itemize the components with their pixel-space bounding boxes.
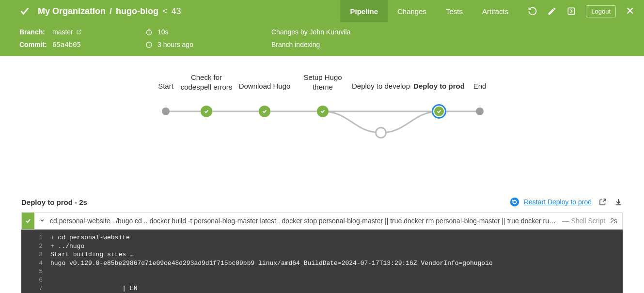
branch-label: Branch: [19, 28, 47, 36]
console-line: 1+ cd personal-website [21, 233, 623, 242]
console-line: 7 | EN [21, 284, 623, 293]
run-meta: Branch: master Commit: 65a4b05 10s 3 hou… [0, 22, 644, 56]
stopwatch-icon [145, 29, 153, 36]
step-command: cd personal-website ../hugo cd .. docker… [50, 217, 558, 225]
stage-label-prod[interactable]: Deploy to prod [413, 81, 465, 91]
age-value: 3 hours ago [157, 41, 193, 48]
stage-label-develop[interactable]: Deploy to develop [352, 81, 410, 91]
breadcrumb-org[interactable]: My Organization [38, 6, 106, 16]
commit-value: 65a4b05 [52, 41, 81, 48]
changes-by: Changes by John Kuruvila [271, 28, 350, 36]
logout-button[interactable]: Logout [586, 5, 616, 17]
branch-value[interactable]: master [52, 28, 82, 36]
step-duration: 2s [610, 217, 622, 225]
external-link-icon [76, 29, 82, 35]
tab-artifacts[interactable]: Artifacts [472, 0, 518, 22]
goto-icon[interactable] [566, 6, 576, 16]
stage-label-setup[interactable]: Setup Hugo theme [303, 73, 342, 92]
breadcrumb: My Organization / hugo-blog < 43 [38, 6, 181, 16]
node-setup[interactable] [317, 106, 329, 117]
restart-label: Restart Deploy to prod [524, 198, 592, 206]
node-end [476, 108, 484, 115]
restart-stage-button[interactable]: Restart Deploy to prod [509, 197, 592, 207]
stage-label-download[interactable]: Download Hugo [239, 81, 291, 91]
popout-icon[interactable] [598, 198, 607, 206]
step-type: — Shell Script [558, 217, 611, 225]
header-tabs: Pipeline Changes Tests Artifacts [340, 0, 518, 22]
console-line: 3Start building sites … [21, 250, 623, 259]
tab-pipeline[interactable]: Pipeline [340, 0, 388, 22]
svg-point-3 [510, 198, 519, 206]
pipeline-svg [0, 95, 644, 153]
stage-section-title: Deploy to prod - 2s [21, 198, 87, 206]
console-line: 6 [21, 276, 623, 285]
download-icon[interactable] [614, 198, 623, 206]
tab-tests[interactable]: Tests [436, 0, 472, 22]
breadcrumb-project[interactable]: hugo-blog [116, 6, 158, 16]
clock-icon [145, 41, 153, 48]
console-line: 2+ ../hugo [21, 242, 623, 251]
node-prod[interactable] [432, 104, 446, 119]
node-check[interactable] [201, 106, 212, 117]
run-number: 43 [172, 6, 181, 16]
status-check-icon [19, 6, 30, 16]
header-bar: My Organization / hugo-blog < 43 Pipelin… [0, 0, 644, 22]
console-line: 4hugo v0.129.0-e85be29867d71e09ce48d293a… [21, 259, 623, 268]
tab-changes[interactable]: Changes [388, 0, 436, 22]
chevron-down-icon[interactable] [34, 217, 50, 225]
svg-rect-0 [568, 8, 575, 14]
step-row[interactable]: cd personal-website ../hugo cd .. docker… [21, 212, 623, 230]
edit-icon[interactable] [547, 6, 557, 16]
duration-value: 10s [157, 28, 169, 36]
console-line: 5 [21, 267, 623, 276]
console-output[interactable]: 1+ cd personal-website 2+ ../hugo 3Start… [21, 230, 623, 293]
restart-icon [509, 197, 520, 207]
stage-label-check[interactable]: Check for codespell errors [181, 73, 233, 92]
pipeline-graph: Start Check for codespell errors Downloa… [0, 66, 644, 153]
refresh-icon[interactable] [528, 6, 537, 16]
node-start [162, 108, 170, 115]
stage-section-header: Deploy to prod - 2s Restart Deploy to pr… [0, 197, 644, 207]
close-icon[interactable]: ✕ [626, 5, 634, 17]
commit-label: Commit: [19, 41, 47, 48]
commit-message: Branch indexing [271, 41, 320, 48]
stage-label-start: Start [158, 81, 173, 91]
step-status-icon [22, 212, 34, 230]
node-develop[interactable] [375, 127, 387, 139]
stage-label-end: End [473, 81, 487, 91]
node-download[interactable] [259, 106, 270, 117]
